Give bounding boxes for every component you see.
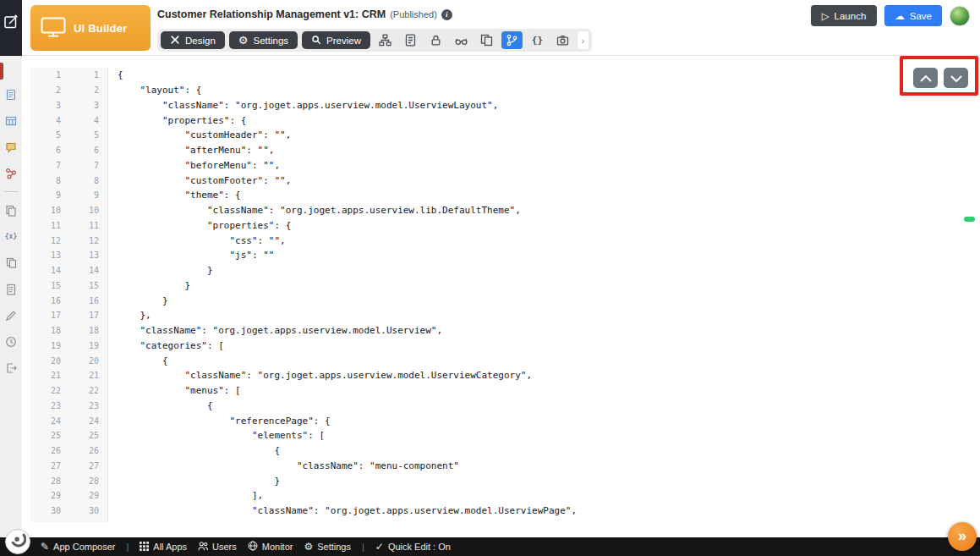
all-apps-label: All Apps xyxy=(153,542,187,552)
scrollbar-marker xyxy=(964,217,975,222)
lock-icon[interactable] xyxy=(425,31,446,49)
builder-rail: {x} xyxy=(0,56,22,537)
code-line[interactable]: 88 "customFooter": "", xyxy=(30,173,975,188)
json-source-icon[interactable] xyxy=(501,31,523,49)
code-line[interactable]: 3030 "className": "org.joget.apps.uservi… xyxy=(30,504,975,519)
code-line[interactable]: 55 "customHeader": "", xyxy=(30,128,975,143)
code-line[interactable]: 2828 } xyxy=(30,473,975,488)
structure-tree-icon[interactable] xyxy=(375,31,396,49)
line-number-current: 15 xyxy=(69,278,108,294)
line-number-original: 12 xyxy=(30,233,69,248)
code-line[interactable]: 1111 "properties": { xyxy=(30,218,975,234)
bottom-bar: ✎ App Composer | All Apps Users xyxy=(0,537,980,556)
preview-button[interactable]: Preview xyxy=(302,31,370,49)
ui-builder-icon[interactable] xyxy=(5,140,18,153)
code-line[interactable]: 1717 }, xyxy=(30,308,975,323)
code-line[interactable]: 2727 "className": "menu-component" xyxy=(30,459,975,474)
code-line[interactable]: 22 "layout": { xyxy=(30,83,975,98)
line-number-current: 6 xyxy=(69,143,108,158)
line-number-original: 21 xyxy=(30,368,69,383)
ui-builder-logo[interactable]: UI Builder xyxy=(30,5,151,51)
code-line[interactable]: 2121 "className": "org.joget.apps.uservi… xyxy=(30,368,975,383)
line-number-original: 29 xyxy=(30,488,69,504)
code-line[interactable]: 1818 "className": "org.joget.apps.uservi… xyxy=(30,323,975,339)
line-number-current: 17 xyxy=(69,308,108,323)
expand-button[interactable]: » xyxy=(948,522,977,551)
list-builder-icon[interactable] xyxy=(5,114,18,127)
diff-copy-icon[interactable] xyxy=(476,31,497,49)
code-text: "categories": [ xyxy=(108,340,224,351)
copy-icon[interactable] xyxy=(5,256,18,269)
exit-icon[interactable] xyxy=(5,361,18,374)
line-number-original: 8 xyxy=(30,173,69,188)
code-line[interactable]: 1212 "css": "", xyxy=(30,233,975,248)
launch-button[interactable]: ▷ Launch xyxy=(811,5,878,26)
settings-link[interactable]: ⚙ Settings xyxy=(304,542,351,552)
code-line[interactable]: 99 "theme": { xyxy=(30,188,975,203)
scroll-down-button[interactable] xyxy=(944,68,968,88)
code-line[interactable]: 1515 } xyxy=(30,278,975,294)
pages-icon[interactable] xyxy=(5,204,18,217)
line-number-current: 29 xyxy=(69,488,108,504)
code-text: { xyxy=(108,69,123,80)
code-line[interactable]: 66 "afterMenu": "", xyxy=(30,143,975,158)
code-line[interactable]: 1919 "categories": [ xyxy=(30,339,975,354)
quick-edit-toggle[interactable]: ✓ Quick Edit : On xyxy=(375,542,451,552)
variables-icon[interactable]: {x} xyxy=(5,230,18,243)
monitor-link[interactable]: Monitor xyxy=(248,541,293,553)
code-line[interactable]: 2525 "elements": [ xyxy=(30,428,975,443)
notes-icon[interactable] xyxy=(5,283,18,295)
joget-logo[interactable] xyxy=(5,529,30,554)
line-number-current: 12 xyxy=(69,233,108,248)
process-builder-icon[interactable] xyxy=(5,167,18,179)
info-icon[interactable]: i xyxy=(441,9,452,20)
line-number-current: 30 xyxy=(69,504,108,519)
check-icon: ✓ xyxy=(375,542,384,552)
json-source-editor[interactable]: 11{22 "layout": {33 "className": "org.jo… xyxy=(30,68,975,522)
code-text: "theme": { xyxy=(108,190,241,201)
line-number-original: 15 xyxy=(30,278,69,294)
code-line[interactable]: 3131 "properties": { xyxy=(30,519,975,523)
scroll-up-button[interactable] xyxy=(913,68,938,88)
user-avatar[interactable] xyxy=(950,6,970,26)
save-button[interactable]: ☁ Save xyxy=(884,5,942,26)
settings-button[interactable]: ⚙ Settings xyxy=(229,31,298,49)
launch-label: Launch xyxy=(835,11,867,21)
code-text: { xyxy=(108,400,213,411)
code-line[interactable]: 2020 { xyxy=(30,353,975,368)
code-line[interactable]: 33 "className": "org.joget.apps.userview… xyxy=(30,98,975,113)
app-composer-link[interactable]: ✎ App Composer xyxy=(41,542,115,552)
all-apps-link[interactable]: All Apps xyxy=(140,542,187,553)
form-list-icon[interactable] xyxy=(400,31,421,49)
line-number-current: 18 xyxy=(69,323,108,339)
pencil-square-icon: ✎ xyxy=(41,542,49,552)
edit-pen-icon[interactable] xyxy=(5,309,18,322)
code-line[interactable]: 1616 } xyxy=(30,293,975,308)
line-number-current: 3 xyxy=(69,98,108,113)
code-line[interactable]: 44 "properties": { xyxy=(30,113,975,128)
code-line[interactable]: 1414 } xyxy=(30,263,975,278)
builder-toolbar: Design ⚙ Settings Preview xyxy=(157,29,592,52)
code-line[interactable]: 2222 "menus": [ xyxy=(30,383,975,399)
camera-icon[interactable] xyxy=(552,31,573,49)
history-icon[interactable] xyxy=(5,335,18,348)
compose-corner[interactable] xyxy=(0,0,22,56)
code-line[interactable]: 2626 { xyxy=(30,443,975,459)
code-line[interactable]: 77 "beforeMenu": "", xyxy=(30,158,975,173)
form-builder-icon[interactable] xyxy=(5,88,18,101)
braces-icon[interactable]: {} xyxy=(527,31,548,49)
code-text: "js": "" xyxy=(108,250,274,261)
code-line[interactable]: 2323 { xyxy=(30,399,975,414)
code-text: } xyxy=(108,476,280,487)
code-line[interactable]: 2424 "referencePage": { xyxy=(30,413,975,428)
code-line[interactable]: 2929 ], xyxy=(30,488,975,504)
code-line[interactable]: 1010 "className": "org.joget.apps.uservi… xyxy=(30,203,975,218)
users-link[interactable]: Users xyxy=(198,541,237,553)
toolbar-overflow-button[interactable]: › xyxy=(578,31,589,49)
play-icon: ▷ xyxy=(822,10,829,22)
glasses-icon[interactable] xyxy=(451,31,472,49)
code-line[interactable]: 1313 "js": "" xyxy=(30,248,975,263)
line-number-current: 2 xyxy=(69,83,108,98)
design-button[interactable]: Design xyxy=(161,31,225,49)
code-line[interactable]: 11{ xyxy=(30,68,975,83)
